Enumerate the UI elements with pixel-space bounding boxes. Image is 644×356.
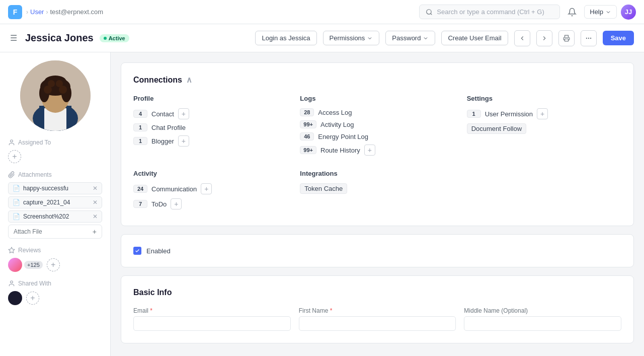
enabled-checkbox[interactable] xyxy=(133,247,141,255)
paperclip-icon xyxy=(8,171,15,178)
search-icon xyxy=(426,9,433,16)
svg-point-17 xyxy=(48,80,55,87)
enabled-label: Enabled xyxy=(146,247,171,255)
access-log-item: 28 Access Log xyxy=(300,108,454,116)
svg-line-1 xyxy=(431,13,432,15)
profile-column: Profile 4 Contact + 1 Chat Profile 1 Blo… xyxy=(133,95,288,160)
svg-point-3 xyxy=(588,38,589,38)
activity-integrations-grid: Activity 24 Communication + 7 ToDo + Int… xyxy=(133,170,621,213)
email-required: * xyxy=(150,307,152,314)
user-avatar[interactable]: JJ xyxy=(621,5,636,20)
add-user-permission-button[interactable]: + xyxy=(537,108,548,119)
more-horizontal-icon xyxy=(585,35,592,42)
remove-attachment-1[interactable]: ✕ xyxy=(93,199,98,206)
document-follow-item: Document Follow xyxy=(467,123,621,134)
star-icon xyxy=(8,247,15,254)
permissions-button[interactable]: Permissions xyxy=(323,31,380,45)
person-icon xyxy=(8,139,15,146)
save-button[interactable]: Save xyxy=(603,31,634,45)
enabled-section: Enabled xyxy=(133,247,621,255)
connections-grid: Profile 4 Contact + 1 Chat Profile 1 Blo… xyxy=(133,95,621,160)
add-contact-button[interactable]: + xyxy=(178,108,189,119)
email-field: Email * xyxy=(133,307,291,331)
settings-section-title: Settings xyxy=(467,95,621,102)
contact-item: 4 Contact + xyxy=(133,108,288,119)
first-name-input[interactable] xyxy=(299,316,456,331)
attachments-section: Attachments 📄 happy-successfu ✕ 📄 captur… xyxy=(8,171,102,239)
svg-point-0 xyxy=(427,9,431,14)
add-todo-button[interactable]: + xyxy=(171,198,182,209)
reviews-section: Reviews +125 + xyxy=(8,247,102,272)
attach-file-plus-icon: + xyxy=(93,228,97,236)
status-badge: Active xyxy=(100,34,129,42)
attachment-item: 📄 Screenshot%202 ✕ xyxy=(8,210,102,223)
user-permission-item: 1 User Permission + xyxy=(467,108,621,119)
attachment-item: 📄 capture_2021_04 ✕ xyxy=(8,196,102,208)
prev-button[interactable] xyxy=(514,30,530,46)
middle-name-input[interactable] xyxy=(464,316,621,331)
svg-point-5 xyxy=(586,38,587,38)
share-icon xyxy=(8,280,15,287)
settings-column: Settings 1 User Permission + Document Fo… xyxy=(467,95,621,160)
login-as-jessica-button[interactable]: Login as Jessica xyxy=(255,31,316,45)
add-blogger-button[interactable]: + xyxy=(178,135,189,147)
first-name-required: * xyxy=(330,307,333,314)
page-header: ☰ Jessica Jones Active Login as Jessica … xyxy=(0,24,644,52)
content-area: Connections ∧ Profile 4 Contact + 1 Chat… xyxy=(111,52,644,356)
help-button[interactable]: Help xyxy=(584,5,617,19)
assigned-to-section: Assigned To + xyxy=(8,139,102,163)
activity-section-title: Activity xyxy=(133,170,288,177)
svg-rect-2 xyxy=(565,39,568,41)
svg-point-18 xyxy=(56,80,63,87)
add-communication-button[interactable]: + xyxy=(201,183,212,194)
create-user-email-button[interactable]: Create User Email xyxy=(441,31,508,45)
permissions-chevron-icon xyxy=(367,35,373,41)
logs-column: Logs 28 Access Log 99+ Activity Log 46 E… xyxy=(300,95,454,160)
svg-marker-20 xyxy=(9,247,15,253)
connections-collapse-button[interactable]: ∧ xyxy=(186,75,192,85)
remove-attachment-0[interactable]: ✕ xyxy=(93,185,98,192)
email-input[interactable] xyxy=(133,316,291,331)
integrations-section-title: Integrations xyxy=(300,170,454,177)
attachments-label: Attachments xyxy=(8,171,102,178)
profile-picture xyxy=(20,60,91,131)
print-button[interactable] xyxy=(558,30,575,46)
middle-name-field: Middle Name (Optional) xyxy=(464,307,621,331)
svg-point-19 xyxy=(11,140,13,143)
enabled-card: Enabled xyxy=(121,234,634,267)
add-route-history-button[interactable]: + xyxy=(364,145,375,156)
svg-point-4 xyxy=(590,38,591,38)
connections-header: Connections ∧ xyxy=(133,75,621,85)
attach-file-button[interactable]: Attach File + xyxy=(8,225,102,239)
profile-section-title: Profile xyxy=(133,95,288,102)
search-bar[interactable]: Search or type a command (Ctrl + G) xyxy=(419,5,560,19)
attachment-doc-icon: 📄 xyxy=(13,185,20,192)
breadcrumb-current: test@erpnext.com xyxy=(50,8,103,16)
todo-item: 7 ToDo + xyxy=(133,198,288,209)
breadcrumb-user-link[interactable]: User xyxy=(30,8,44,16)
blogger-item: 1 Blogger + xyxy=(133,135,288,147)
logs-section-title: Logs xyxy=(300,95,454,102)
reviewer-avatar xyxy=(8,258,22,272)
connections-card: Connections ∧ Profile 4 Contact + 1 Chat… xyxy=(121,62,634,226)
main-layout: Assigned To + Attachments 📄 happy-succes… xyxy=(0,52,644,356)
add-review-button[interactable]: + xyxy=(47,258,60,271)
notification-button[interactable] xyxy=(564,4,580,20)
review-count: +125 xyxy=(24,261,43,269)
add-assigned-to-button[interactable]: + xyxy=(8,150,21,163)
print-icon xyxy=(563,35,570,42)
sidebar: Assigned To + Attachments 📄 happy-succes… xyxy=(0,52,111,356)
top-navigation: F › User › test@erpnext.com Search or ty… xyxy=(0,0,644,24)
more-options-button[interactable] xyxy=(581,30,597,46)
hamburger-icon[interactable]: ☰ xyxy=(10,33,17,43)
route-history-item: 99+ Route History + xyxy=(300,145,454,156)
chat-profile-item: 1 Chat Profile xyxy=(133,123,288,131)
remove-attachment-2[interactable]: ✕ xyxy=(93,213,98,220)
next-button[interactable] xyxy=(536,30,552,46)
add-shared-with-button[interactable]: + xyxy=(26,292,39,305)
password-button[interactable]: Password xyxy=(385,31,435,45)
chevron-down-icon xyxy=(605,9,611,15)
first-name-field: First Name * xyxy=(299,307,456,331)
activity-log-item: 99+ Activity Log xyxy=(300,120,454,128)
check-icon xyxy=(135,248,140,253)
